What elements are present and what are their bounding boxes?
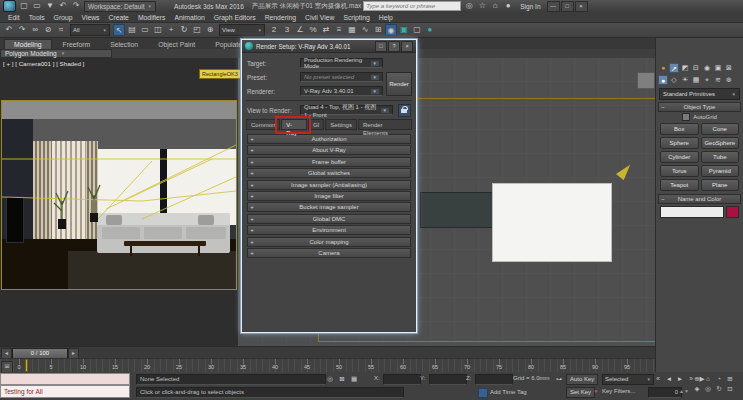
sign-in-button[interactable]: Sign In [520, 3, 540, 10]
autogrid-checkbox[interactable] [682, 113, 690, 121]
y-coordinate-field[interactable] [429, 374, 467, 385]
redo-icon[interactable]: ↷ [70, 0, 82, 12]
menu-graph-editors[interactable]: Graph Editors [214, 14, 256, 21]
window-crossing-icon[interactable]: ◫ [152, 24, 164, 36]
maxscript-mini-listener[interactable] [0, 373, 130, 385]
schematic-view-icon[interactable]: ⊞ [372, 24, 384, 36]
current-frame-field[interactable]: 0 [648, 387, 682, 398]
go-to-start-icon[interactable]: « [653, 374, 663, 383]
render-production-icon[interactable]: ● [424, 24, 436, 36]
favorites-icon[interactable]: ☆ [476, 0, 488, 12]
menu-modifiers[interactable]: Modifiers [138, 14, 166, 21]
menu-help[interactable]: Help [379, 14, 393, 21]
select-and-scale-icon[interactable]: ◰ [191, 24, 203, 36]
rotate-view-icon[interactable]: ↻ [714, 384, 724, 393]
create-tab-indicator-icon[interactable]: ● [658, 63, 668, 73]
helpers-category-icon[interactable]: ⌖ [702, 75, 712, 85]
community-icon[interactable]: ◎ [463, 0, 475, 12]
selection-set-dropdown[interactable]: Selected ▼ [602, 374, 654, 385]
hierarchy-tab-icon[interactable]: ⊟ [691, 63, 701, 73]
view-to-render-dropdown[interactable]: Quad 4 - Top, 视图 1 - 视图 1 - Front▼ [300, 105, 393, 115]
minimize-button[interactable]: — [547, 1, 560, 12]
select-and-rotate-icon[interactable]: ↻ [178, 24, 190, 36]
primitive-button-cylinder[interactable]: Cylinder [660, 151, 699, 163]
primitive-button-sphere[interactable]: Sphere [660, 137, 699, 149]
dialog-tab-settings[interactable]: Settings [325, 119, 357, 130]
primitive-button-pyramid[interactable]: Pyramid [701, 165, 740, 177]
expand-icon[interactable]: + [248, 135, 256, 143]
primitive-category-dropdown[interactable]: Standard Primitives ▼ [659, 88, 740, 100]
dialog-close-button[interactable]: × [401, 41, 413, 52]
angle-snap-icon[interactable]: ∠ [294, 24, 306, 36]
reference-coordinate-dropdown[interactable]: View▼ [219, 24, 265, 36]
play-icon[interactable]: ► [675, 374, 685, 383]
unlink-selection-icon[interactable]: ⊘ [42, 24, 54, 36]
undo-icon[interactable]: ↶ [57, 0, 69, 12]
name-color-rollout-header[interactable]: − Name and Color [658, 194, 741, 204]
undo-icon[interactable]: ↶ [3, 24, 15, 36]
workspace-dropdown[interactable]: Workspace: Default ▼ [84, 1, 156, 12]
rollout-camera[interactable]: +Camera [247, 248, 411, 258]
viewport-label[interactable]: [ + ] [ Camera001 ] [ Shaded ] [3, 60, 84, 67]
rectangular-selection-icon[interactable]: ▭ [139, 24, 151, 36]
previous-frame-icon[interactable]: ◄ [664, 374, 674, 383]
display-tab-icon[interactable]: ▣ [713, 63, 723, 73]
save-file-icon[interactable]: ▼ [44, 0, 56, 12]
menu-animation[interactable]: Animation [174, 14, 204, 21]
rollout-image-filter[interactable]: +Image filter [247, 191, 411, 201]
expand-icon[interactable]: + [248, 249, 256, 257]
snap-toggle-2d-icon[interactable]: 2 [268, 24, 280, 36]
select-and-place-icon[interactable]: ⊕ [204, 24, 216, 36]
percent-snap-icon[interactable]: % [307, 24, 319, 36]
systems-category-icon[interactable]: ⊛ [724, 75, 734, 85]
curve-editor-icon[interactable]: ∿ [359, 24, 371, 36]
render-button[interactable]: Render [386, 72, 412, 96]
rollout-image-sampler-antialiasing[interactable]: +Image sampler (Antialiasing) [247, 180, 411, 190]
object-type-rollout-header[interactable]: − Object Type [658, 102, 741, 112]
isolate-selection-icon[interactable]: ◎ [325, 374, 335, 383]
primitive-button-tube[interactable]: Tube [701, 151, 740, 163]
add-time-tag-label[interactable]: Add Time Tag [490, 389, 527, 395]
motion-tab-icon[interactable]: ◉ [702, 63, 712, 73]
spacewarps-category-icon[interactable]: ≋ [713, 75, 723, 85]
redo-icon[interactable]: ↷ [16, 24, 28, 36]
dialog-pin-button[interactable]: □ [375, 41, 387, 52]
select-object-icon[interactable]: ↖ [113, 24, 125, 36]
home-icon[interactable]: ⌂ [489, 0, 501, 12]
rollout-frame-buffer[interactable]: +Frame buffer [247, 157, 411, 167]
selection-lock-icon[interactable]: ⊠ [337, 374, 347, 383]
select-and-link-icon[interactable]: ∞ [29, 24, 41, 36]
layer-manager-icon[interactable]: ▦ [346, 24, 358, 36]
ribbon-tab-modeling[interactable]: Modeling [4, 39, 52, 49]
menu-views[interactable]: Views [81, 14, 99, 21]
menu-rendering[interactable]: Rendering [265, 14, 296, 21]
key-filters-button[interactable]: Key Filters... [602, 388, 635, 394]
dialog-tab-render-elements[interactable]: Render Elements [358, 119, 412, 130]
bind-to-spacewarp-icon[interactable]: ≈ [55, 24, 67, 36]
ribbon-tab-object-paint[interactable]: Object Paint [149, 40, 204, 49]
auto-key-button[interactable]: Auto Key [566, 374, 598, 385]
rollout-about-v-ray[interactable]: +About V-Ray [247, 145, 411, 155]
expand-icon[interactable]: + [248, 192, 256, 200]
rollout-global-dmc[interactable]: +Global DMC [247, 214, 411, 224]
max-logo-icon[interactable] [3, 0, 16, 12]
set-key-button[interactable]: Set Key [566, 387, 595, 398]
close-button[interactable]: × [575, 1, 588, 12]
align-icon[interactable]: ≡ [333, 24, 345, 36]
menu-create[interactable]: Create [109, 14, 129, 21]
expand-icon[interactable]: + [248, 203, 256, 211]
render-frame-window-icon[interactable]: ▢ [411, 24, 423, 36]
frame-spinner[interactable]: ▲▼ [679, 388, 689, 394]
primitive-button-plane[interactable]: Plane [701, 179, 740, 191]
dialog-title-bar[interactable]: Render Setup: V-Ray Adv 3.40.01 □?× [242, 40, 416, 53]
primitive-button-torus[interactable]: Torus [660, 165, 699, 177]
expand-icon[interactable]: + [248, 158, 256, 166]
preset-dropdown[interactable]: No preset selected▼ [300, 72, 383, 82]
select-and-move-icon[interactable]: + [165, 24, 177, 36]
expand-icon[interactable]: + [248, 181, 256, 189]
expand-icon[interactable]: + [248, 238, 256, 246]
current-frame-marker[interactable] [25, 359, 28, 372]
polygon-modeling-panel[interactable]: Polygon Modeling ▼ [0, 49, 112, 58]
object-name-input[interactable] [660, 206, 724, 218]
menu-tools[interactable]: Tools [29, 14, 45, 21]
